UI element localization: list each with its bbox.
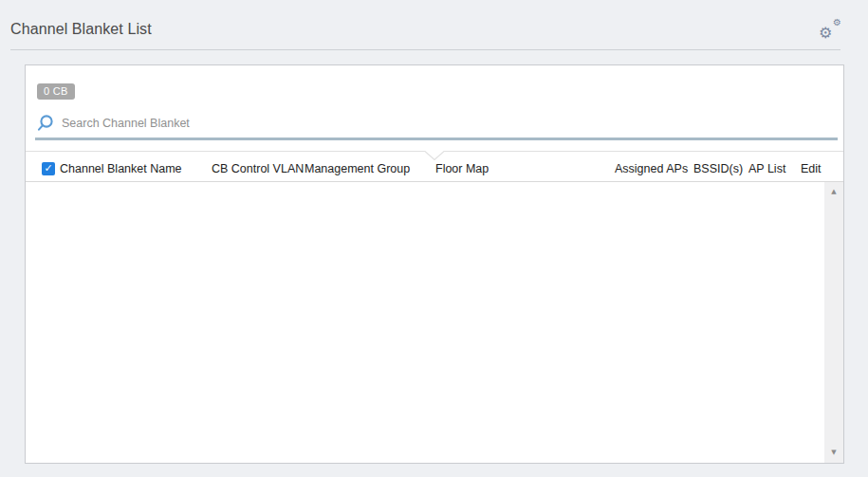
column-header-bssids: BSSID(s) <box>693 162 743 175</box>
select-all-checkbox[interactable]: ✓ <box>42 162 55 175</box>
page: Channel Blanket List ⚙ ⚙ 0 CB ✓ Channel … <box>0 0 868 477</box>
cb-count-badge: 0 CB <box>37 83 75 100</box>
column-header-floor-map: Floor Map <box>435 162 489 175</box>
title-divider <box>10 49 840 50</box>
column-header-management-group: Management Group <box>305 162 410 175</box>
checkmark-icon: ✓ <box>42 162 55 175</box>
collapse-notch-icon[interactable] <box>26 150 843 163</box>
column-header-edit: Edit <box>801 162 822 175</box>
search-icon <box>36 114 55 133</box>
search-input[interactable] <box>60 113 439 134</box>
gear-icon: ⚙ <box>819 26 832 41</box>
column-header-channel-blanket-name: Channel Blanket Name <box>60 162 182 175</box>
search-underline <box>35 138 838 140</box>
column-header-assigned-aps: Assigned APs <box>615 162 688 175</box>
table-scrollbar[interactable]: ▲ ▼ <box>824 182 843 463</box>
gear-small-icon: ⚙ <box>833 18 841 28</box>
channel-blanket-panel: 0 CB ✓ Channel Blanket Name CB Control V… <box>25 64 844 464</box>
scroll-up-icon[interactable]: ▲ <box>831 189 836 195</box>
column-header-cb-control-vlan: CB Control VLAN <box>212 162 304 175</box>
table-body-empty <box>26 182 824 463</box>
scroll-down-icon[interactable]: ▼ <box>831 449 836 456</box>
settings-button[interactable]: ⚙ ⚙ <box>816 15 850 46</box>
column-header-ap-list: AP List <box>748 162 785 175</box>
page-title: Channel Blanket List <box>10 21 152 38</box>
